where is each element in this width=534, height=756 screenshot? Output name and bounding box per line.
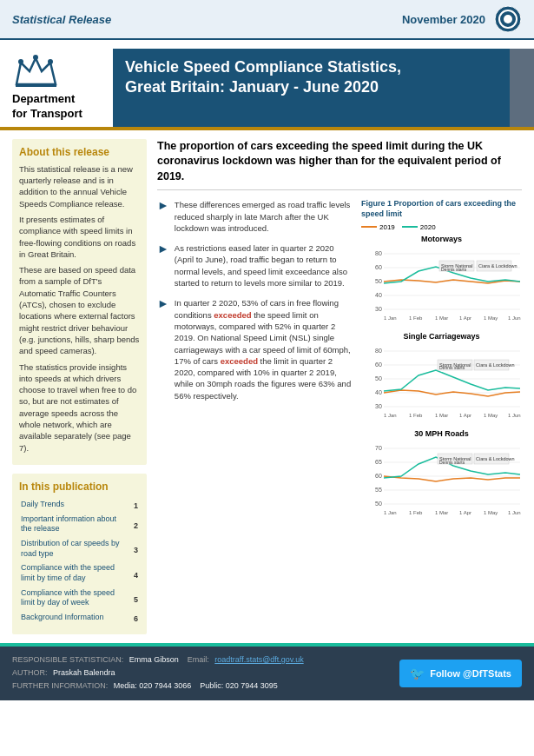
single-carriageways-chart-title: Single Carriageways — [361, 332, 522, 341]
svg-text:40: 40 — [375, 389, 382, 395]
publication-section: In this publication Daily Trends 1 Impor… — [12, 474, 147, 634]
pub-item-page: 4 — [134, 563, 138, 586]
svg-point-4 — [18, 59, 23, 64]
about-section: About this release This statistical rele… — [12, 139, 147, 465]
twitter-follow-button[interactable]: 🐦 Follow @DfTStats — [399, 660, 522, 687]
release-date: November 2020 — [402, 13, 485, 26]
svg-text:1 Jan: 1 Jan — [384, 510, 397, 515]
top-bar: Statistical Release November 2020 — [0, 0, 534, 40]
svg-text:30: 30 — [375, 403, 382, 409]
svg-text:1 Mar: 1 Mar — [435, 413, 448, 418]
svg-text:1 Apr: 1 Apr — [459, 315, 471, 321]
page-footer: RESPONSIBLE STATISTICIAN: Emma Gibson Em… — [0, 647, 534, 700]
main-article: The proportion of cars exceeding the spe… — [157, 139, 522, 634]
article-body: ► These differences emerged as road traf… — [157, 199, 522, 526]
footer-author-row: AUTHOR: Praskah Balendra — [12, 666, 304, 680]
svg-text:80: 80 — [375, 348, 382, 354]
footer-stat-row: RESPONSIBLE STATISTICIAN: Emma Gibson Em… — [12, 653, 304, 666]
page-header: Department for Transport Vehicle Speed C… — [0, 40, 534, 127]
charts-column: Figure 1 Proportion of cars exceeding th… — [361, 199, 522, 526]
svg-text:55: 55 — [375, 487, 382, 493]
main-content: About this release This statistical rele… — [0, 130, 534, 643]
pub-item-label: Background Information — [21, 613, 132, 626]
svg-text:Ciara &   Lockdown: Ciara & Lockdown — [476, 362, 515, 368]
svg-text:60: 60 — [375, 361, 382, 368]
pub-item-page: 2 — [134, 514, 138, 537]
legend-line-2019 — [361, 226, 377, 228]
svg-text:50: 50 — [375, 375, 382, 381]
svg-text:1 May: 1 May — [484, 413, 498, 418]
svg-text:Ciara &   Lockdown: Ciara & Lockdown — [478, 263, 518, 269]
pub-table: Daily Trends 1 Important information abo… — [19, 498, 140, 627]
about-para-2: It presents estimates of compliance with… — [19, 214, 140, 260]
svg-point-2 — [504, 15, 512, 23]
svg-text:50: 50 — [375, 501, 382, 507]
department-name: Department for Transport — [12, 92, 82, 122]
motorways-chart-title: Motorways — [361, 235, 522, 243]
bullet-text-2: As restrictions eased later in quarter 2… — [175, 242, 353, 288]
pub-heading: In this publication — [19, 481, 140, 493]
bullet-arrow-icon: ► — [157, 242, 169, 255]
svg-text:1 Jun: 1 Jun — [508, 315, 521, 321]
pub-item-page: 5 — [134, 588, 138, 611]
footer-info: RESPONSIBLE STATISTICIAN: Emma Gibson Em… — [12, 653, 304, 693]
pub-item-label: Important information about the release — [21, 514, 132, 537]
legend-2020: 2020 — [402, 223, 436, 231]
svg-text:1 Jun: 1 Jun — [508, 413, 521, 418]
svg-text:1 Apr: 1 Apr — [459, 510, 471, 515]
bullet-text-1: These differences emerged as road traffi… — [175, 199, 353, 234]
title-block: Vehicle Speed Compliance Statistics, Gre… — [113, 49, 534, 127]
svg-text:Ciara &   Lockdown: Ciara & Lockdown — [476, 456, 515, 461]
svg-text:40: 40 — [375, 292, 382, 298]
svg-text:Dennis   starts: Dennis starts — [439, 365, 465, 370]
bullet-arrow-icon: ► — [157, 296, 169, 310]
svg-text:1 Feb: 1 Feb — [409, 315, 423, 321]
bullet-3: ► In quarter 2 2020, 53% of cars in free… — [157, 297, 353, 401]
footer-email-link[interactable]: roadtraff.stats@dft.gov.uk — [214, 655, 303, 664]
single-carriageways-chart: Single Carriageways 80 60 50 40 30 — [361, 332, 522, 422]
article-headline: The proportion of cars exceeding the spe… — [157, 139, 522, 191]
pub-item-label: Compliance with the speed limit by time … — [21, 563, 132, 586]
motorways-chart: Motorways 80 60 50 40 30 — [361, 235, 522, 325]
list-item: Distribution of car speeds by road type … — [21, 539, 138, 561]
further-info-label: FURTHER INFORMATION: — [12, 681, 108, 690]
bullets-column: ► These differences emerged as road traf… — [157, 199, 353, 526]
figure-title: Figure 1 Proportion of cars exceeding th… — [361, 199, 522, 219]
about-heading: About this release — [19, 146, 140, 158]
pub-item-label: Daily Trends — [21, 500, 132, 513]
pub-item-label: Compliance with the speed limit by day o… — [21, 588, 132, 611]
list-item: Important information about the release … — [21, 514, 138, 537]
pub-item-page: 3 — [134, 539, 138, 561]
bullet-2: ► As restrictions eased later in quarter… — [157, 242, 353, 288]
svg-text:1 May: 1 May — [484, 315, 498, 321]
list-item: Compliance with the speed limit by time … — [21, 563, 138, 586]
single-carriageways-chart-svg: 80 60 50 40 30 — [361, 342, 522, 421]
list-item: Daily Trends 1 — [21, 500, 138, 513]
about-para-3: These are based on speed data from a sam… — [19, 264, 140, 356]
svg-text:Dennis   starts: Dennis starts — [441, 267, 467, 272]
svg-text:60: 60 — [375, 264, 382, 270]
department-logo: Department for Transport — [0, 49, 113, 127]
svg-text:1 Jun: 1 Jun — [508, 510, 521, 515]
svg-text:1 May: 1 May — [484, 510, 498, 515]
list-item: Compliance with the speed limit by day o… — [21, 588, 138, 611]
30mph-roads-chart-title: 30 MPH Roads — [361, 429, 522, 438]
svg-text:80: 80 — [375, 250, 382, 256]
svg-text:Dennis   starts: Dennis starts — [439, 460, 465, 465]
dft-logo-icon — [494, 5, 522, 33]
svg-text:60: 60 — [375, 473, 382, 479]
about-para-4: The statistics provide insights into spe… — [19, 361, 140, 454]
stat-name: Emma Gibson — [129, 655, 179, 664]
sidebar: About this release This statistical rele… — [12, 139, 147, 634]
svg-text:30: 30 — [375, 306, 382, 312]
list-item: Background Information 6 — [21, 613, 138, 626]
svg-point-6 — [48, 59, 53, 64]
footer-info-row: FURTHER INFORMATION: Media: 020 7944 306… — [12, 680, 304, 693]
release-type: Statistical Release — [12, 13, 111, 26]
legend-label-2020: 2020 — [420, 223, 436, 231]
bullet-arrow-icon: ► — [157, 198, 169, 212]
svg-text:1 Feb: 1 Feb — [409, 413, 423, 418]
info-public: Public: 020 7944 3095 — [200, 681, 278, 690]
svg-text:50: 50 — [375, 278, 382, 284]
about-para-1: This statistical release is a new quarte… — [19, 163, 140, 209]
